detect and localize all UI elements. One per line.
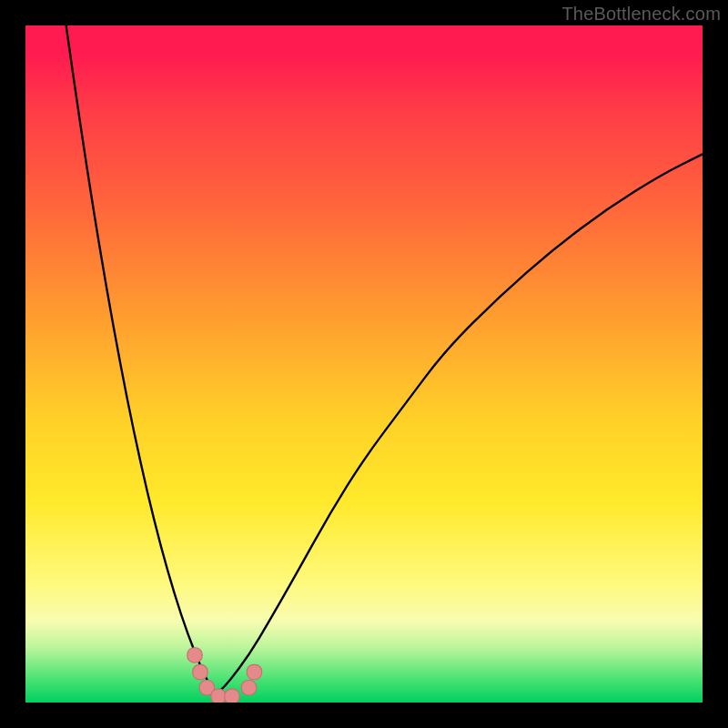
left-curve [66,25,216,696]
curve-marker [241,680,256,694]
curve-marker [187,648,202,662]
curve-marker [225,689,239,703]
watermark-text: TheBottleneck.com [561,4,721,25]
curve-marker [211,689,226,703]
chart-frame: TheBottleneck.com [0,0,728,728]
chart-overlay [25,25,703,703]
curve-marker [247,664,261,679]
marker-group [187,648,262,703]
right-curve [215,154,703,695]
plot-area [25,25,703,703]
curve-marker [193,664,207,679]
curve-group [66,25,703,696]
